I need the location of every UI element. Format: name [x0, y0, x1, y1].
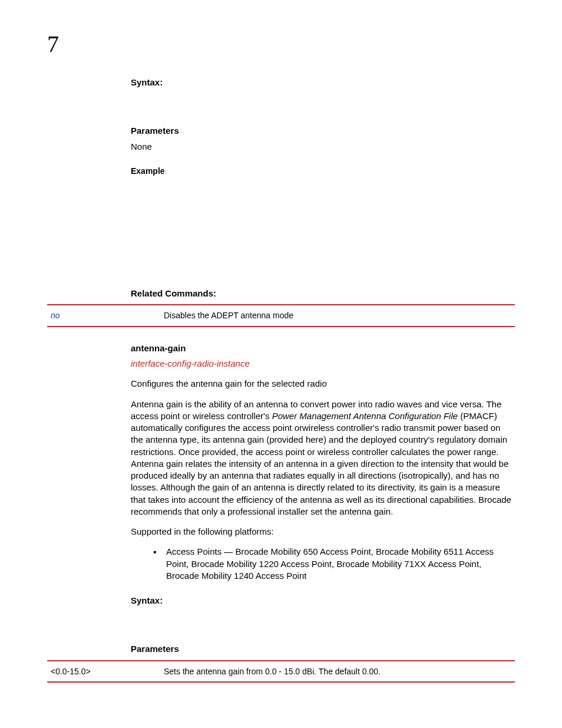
related-command-link[interactable]: no [51, 311, 60, 320]
para-text: (PMACF) automatically configures the acc… [131, 411, 511, 516]
related-commands-table: no Disables the ADEPT antenna mode [47, 304, 515, 327]
context-link[interactable]: interface-config-radio-instance [131, 358, 250, 368]
example-heading: Example [131, 166, 515, 177]
page: 7 Syntax: Parameters None Example Relate… [0, 0, 562, 728]
command-name: antenna-gain [131, 342, 515, 354]
command-description: Antenna gain is the ability of an antenn… [131, 398, 515, 518]
platforms-list: Access Points — Brocade Mobility 650 Acc… [153, 546, 515, 582]
parameters-none: None [131, 141, 515, 153]
param-desc: Sets the antenna gain from 0.0 - 15.0 dB… [160, 661, 515, 683]
parameters-table: <0.0-15.0> Sets the antenna gain from 0.… [47, 660, 515, 683]
syntax-heading: Syntax: [131, 595, 515, 607]
parameters-heading: Parameters [131, 125, 515, 137]
chapter-number: 7 [47, 28, 515, 60]
table-row: <0.0-15.0> Sets the antenna gain from 0.… [47, 661, 515, 683]
parameters-heading: Parameters [131, 643, 515, 655]
content-column: Syntax: Parameters None Example Related … [131, 77, 515, 683]
related-commands-heading: Related Commands: [131, 288, 515, 299]
command-intro: Configures the antenna gain for the sele… [131, 378, 515, 390]
related-command-desc: Disables the ADEPT antenna mode [160, 305, 515, 327]
platform-bullet-text: Access Points — Brocade Mobility 650 Acc… [166, 546, 494, 581]
param-key: <0.0-15.0> [47, 661, 160, 683]
pmacf-term: Power Management Antenna Configuration F… [272, 411, 458, 421]
table-row: no Disables the ADEPT antenna mode [47, 305, 515, 327]
syntax-heading: Syntax: [131, 77, 515, 88]
list-item: Access Points — Brocade Mobility 650 Acc… [153, 546, 515, 582]
supported-platforms-line: Supported in the following platforms: [131, 526, 515, 538]
